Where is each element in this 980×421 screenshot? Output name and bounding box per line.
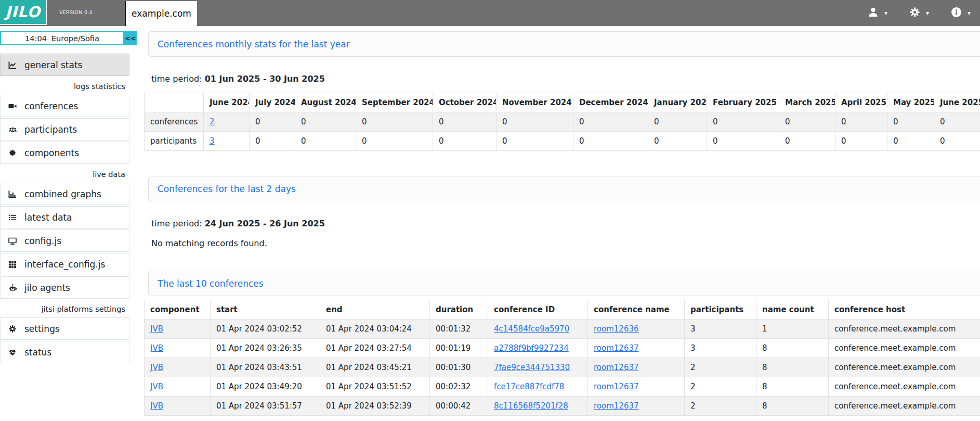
cell-link[interactable]: JVB xyxy=(150,401,163,411)
sidebar-menu: general stats logs statistics conference… xyxy=(0,54,129,363)
cell-link[interactable]: room12637 xyxy=(594,382,639,391)
sidebar-item-interface-config-js[interactable]: interface_config.js xyxy=(0,253,129,275)
sidebar-item-components[interactable]: components xyxy=(0,142,129,164)
cell-link[interactable]: fce17ce887fcdf78 xyxy=(494,382,564,391)
sidebar-item-combined-graphs[interactable]: combined graphs xyxy=(0,183,129,205)
main-content: Conferences monthly stats for the last y… xyxy=(144,26,980,416)
column-header: name count xyxy=(756,300,829,320)
cell-link[interactable]: 7fae9ce344751330 xyxy=(494,363,570,372)
table-cell: 0 xyxy=(433,112,496,132)
table-cell: room12637 xyxy=(588,397,685,416)
cell-link[interactable]: a2788f9bf9927234 xyxy=(494,343,569,353)
grid-icon xyxy=(7,260,18,269)
site-tab-example-com[interactable]: example.com xyxy=(125,1,197,26)
no-records-message: No matching records found. xyxy=(151,238,980,248)
sidebar-item-conferences[interactable]: conferences xyxy=(0,95,129,117)
column-header: start xyxy=(211,300,320,320)
sidebar-item-status[interactable]: status xyxy=(0,341,129,363)
table-cell: 01 Apr 2024 03:49:20 xyxy=(211,377,320,397)
robot-icon xyxy=(7,284,18,292)
table-cell: 1 xyxy=(756,320,829,339)
time-period-label: time period: xyxy=(151,74,202,84)
table-cell: participants xyxy=(145,132,204,151)
table-cell: 01 Apr 2024 03:51:52 xyxy=(320,377,430,397)
cell-link[interactable]: 4c14584fce9a5970 xyxy=(494,324,569,334)
sidebar-item-config-js[interactable]: config.js xyxy=(0,229,129,252)
table-cell: conference.meet.example.com xyxy=(829,397,980,416)
column-header: September 2024 xyxy=(356,93,433,112)
column-header: February 2025 xyxy=(707,93,779,112)
column-header xyxy=(145,93,204,112)
table-cell: 0 xyxy=(779,132,835,151)
table-cell: JVB xyxy=(145,397,211,416)
settings-menu-button[interactable]: ▾ xyxy=(909,7,929,20)
card-monthly-stats-title[interactable]: Conferences monthly stats for the last y… xyxy=(158,39,350,49)
sidebar-collapse-button[interactable]: << xyxy=(124,31,137,45)
gear-icon xyxy=(909,7,920,20)
sidebar-item-participants[interactable]: participants xyxy=(0,118,129,141)
table-cell: 4c14584fce9a5970 xyxy=(488,320,588,339)
cell-link[interactable]: JVB xyxy=(150,363,163,372)
table-cell: 01 Apr 2024 03:26:35 xyxy=(211,339,320,358)
cell-link[interactable]: 2 xyxy=(210,117,215,126)
cell-link[interactable]: room12637 xyxy=(594,401,639,411)
column-header: conference name xyxy=(588,300,685,320)
cell-link[interactable]: room12637 xyxy=(594,343,639,353)
card-last-2-days-header: Conferences for the last 2 days xyxy=(148,176,980,201)
card-last-2-days-title[interactable]: Conferences for the last 2 days xyxy=(158,184,296,194)
cell-link[interactable]: room12636 xyxy=(594,324,639,334)
cell-link[interactable]: JVB xyxy=(150,382,163,391)
table-cell: 01 Apr 2024 03:45:21 xyxy=(320,358,430,377)
gear-icon xyxy=(7,325,18,333)
topbar: JILO VERSION 0.4 example.com ▾ ▾ ▾ xyxy=(0,0,980,26)
table-cell: conference.meet.example.com xyxy=(829,377,980,397)
table-cell: conferences xyxy=(145,112,204,132)
sidebar-item-label: status xyxy=(24,347,51,358)
table-cell: 2 xyxy=(204,112,250,132)
chevron-down-icon: ▾ xyxy=(926,10,929,16)
table-cell: room12637 xyxy=(588,377,685,397)
table-cell: 01 Apr 2024 03:27:54 xyxy=(320,339,430,358)
sidebar-item-settings[interactable]: settings xyxy=(0,317,129,340)
table-cell: 0 xyxy=(887,112,934,132)
sidebar-item-latest-data[interactable]: latest data xyxy=(0,206,129,228)
sidebar-item-label: components xyxy=(24,148,79,158)
time-period-value: 01 Jun 2025 - 30 Jun 2025 xyxy=(205,74,325,84)
table-row: JVB01 Apr 2024 03:43:5101 Apr 2024 03:45… xyxy=(145,358,980,377)
cell-link[interactable]: 3 xyxy=(210,136,215,146)
sidebar-item-general-stats[interactable]: general stats xyxy=(0,54,129,76)
table-cell: 0 xyxy=(707,132,779,151)
table-header-row: June 2024July 2024August 2024September 2… xyxy=(145,93,980,112)
table-cell: 0 xyxy=(573,112,648,132)
heart-pulse-icon xyxy=(7,348,18,356)
table-cell: 8c116568f5201f28 xyxy=(488,397,588,416)
column-header: conference ID xyxy=(488,300,588,320)
sidebar-item-label: combined graphs xyxy=(24,189,101,199)
column-header: May 2025 xyxy=(887,93,934,112)
clock-display: 14:04 Europe/Sofia xyxy=(0,31,124,45)
table-cell: 0 xyxy=(356,112,433,132)
table-cell: 0 xyxy=(835,132,887,151)
sidebar-item-jilo-agents[interactable]: jilo agents xyxy=(0,276,129,299)
table-cell: 0 xyxy=(648,112,707,132)
desktop-icon xyxy=(7,237,18,245)
cell-link[interactable]: 8c116568f5201f28 xyxy=(494,401,568,411)
table-cell: conference.meet.example.com xyxy=(829,320,980,339)
chart-column-icon xyxy=(7,190,18,198)
table-cell: 0 xyxy=(835,112,887,132)
card-last-10-conferences-title[interactable]: The last 10 conferences xyxy=(158,278,264,289)
topbar-menus: ▾ ▾ ▾ xyxy=(868,0,971,26)
info-menu-button[interactable]: ▾ xyxy=(951,7,971,20)
cell-link[interactable]: JVB xyxy=(150,343,163,353)
cell-link[interactable]: room12637 xyxy=(594,363,639,372)
table-cell: 0 xyxy=(496,132,573,151)
column-header: end xyxy=(320,300,430,320)
table-cell: 01 Apr 2024 03:43:51 xyxy=(211,358,320,377)
table-cell: 0 xyxy=(934,112,980,132)
table-cell: 0 xyxy=(496,112,573,132)
column-header: November 2024 xyxy=(496,93,573,112)
table-cell: 3 xyxy=(204,132,250,151)
cell-link[interactable]: JVB xyxy=(150,324,163,334)
sidebar-item-label: settings xyxy=(24,324,60,334)
user-menu-button[interactable]: ▾ xyxy=(868,7,887,20)
